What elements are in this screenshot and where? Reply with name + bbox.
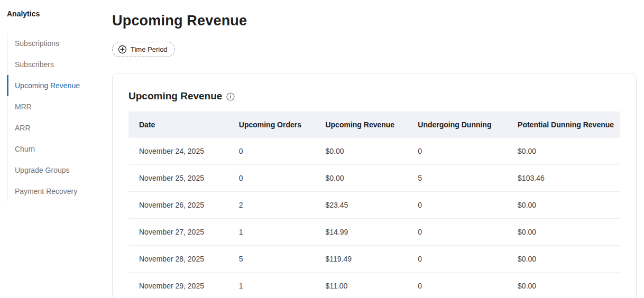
cell-upcoming-revenue: $0.00 bbox=[315, 138, 407, 165]
table-row: November 28, 2025 5 $119.49 0 $0.00 bbox=[128, 246, 620, 273]
sidebar-item-churn[interactable]: Churn bbox=[7, 138, 112, 160]
cell-date: November 24, 2025 bbox=[128, 138, 228, 165]
table-row: November 27, 2025 1 $14.99 0 $0.00 bbox=[128, 219, 620, 246]
cell-date: November 27, 2025 bbox=[128, 219, 228, 246]
main-content: Upcoming Revenue Time Period Upcoming Re… bbox=[112, 0, 644, 298]
info-icon[interactable] bbox=[226, 92, 235, 101]
table-row: November 24, 2025 0 $0.00 0 $0.00 bbox=[128, 138, 620, 165]
time-period-label: Time Period bbox=[131, 45, 168, 54]
cell-upcoming-revenue: $14.99 bbox=[315, 219, 407, 246]
column-header-undergoing-dunning: Undergoing Dunning bbox=[407, 111, 507, 138]
column-header-upcoming-orders: Upcoming Orders bbox=[228, 111, 315, 138]
cell-upcoming-orders: 1 bbox=[228, 273, 315, 298]
cell-undergoing-dunning: 5 bbox=[407, 165, 507, 192]
cell-upcoming-revenue: $119.49 bbox=[315, 246, 407, 273]
cell-upcoming-orders: 5 bbox=[228, 246, 315, 273]
analytics-page: Analytics Subscriptions Subscribers Upco… bbox=[0, 0, 644, 298]
sidebar-item-upcoming-revenue[interactable]: Upcoming Revenue bbox=[7, 75, 112, 96]
cell-date: November 26, 2025 bbox=[128, 192, 228, 219]
cell-upcoming-revenue: $23.45 bbox=[315, 192, 407, 219]
table-header-row: Date Upcoming Orders Upcoming Revenue Un… bbox=[128, 111, 620, 138]
card-header: Upcoming Revenue bbox=[128, 90, 620, 102]
table-row: November 26, 2025 2 $23.45 0 $0.00 bbox=[128, 192, 620, 219]
sidebar-item-payment-recovery[interactable]: Payment Recovery bbox=[7, 181, 112, 202]
sidebar-item-mrr[interactable]: MRR bbox=[7, 96, 112, 117]
sidebar-item-arr[interactable]: ARR bbox=[7, 117, 112, 138]
table-row: November 25, 2025 0 $0.00 5 $103.46 bbox=[128, 165, 620, 192]
page-title: Upcoming Revenue bbox=[112, 13, 637, 29]
cell-date: November 28, 2025 bbox=[128, 246, 228, 273]
sidebar-title: Analytics bbox=[7, 10, 112, 18]
sidebar-item-subscriptions[interactable]: Subscriptions bbox=[7, 33, 112, 54]
cell-undergoing-dunning: 0 bbox=[407, 246, 507, 273]
cell-undergoing-dunning: 0 bbox=[407, 192, 507, 219]
cell-potential-dunning-revenue: $0.00 bbox=[507, 273, 620, 298]
table-row: November 29, 2025 1 $11.00 0 $0.00 bbox=[128, 273, 620, 298]
sidebar-item-subscribers[interactable]: Subscribers bbox=[7, 54, 112, 75]
cell-upcoming-revenue: $0.00 bbox=[315, 165, 407, 192]
toolbar: Time Period bbox=[112, 42, 637, 57]
time-period-filter-button[interactable]: Time Period bbox=[112, 42, 175, 57]
cell-potential-dunning-revenue: $0.00 bbox=[507, 246, 620, 273]
cell-date: November 29, 2025 bbox=[128, 273, 228, 298]
column-header-date: Date bbox=[128, 111, 228, 138]
sidebar-nav: Subscriptions Subscribers Upcoming Reven… bbox=[7, 33, 112, 202]
card-title: Upcoming Revenue bbox=[128, 90, 222, 102]
cell-upcoming-revenue: $11.00 bbox=[315, 273, 407, 298]
cell-potential-dunning-revenue: $0.00 bbox=[507, 192, 620, 219]
cell-undergoing-dunning: 0 bbox=[407, 219, 507, 246]
column-header-upcoming-revenue: Upcoming Revenue bbox=[315, 111, 407, 138]
cell-potential-dunning-revenue: $103.46 bbox=[507, 165, 620, 192]
cell-upcoming-orders: 0 bbox=[228, 138, 315, 165]
cell-potential-dunning-revenue: $0.00 bbox=[507, 219, 620, 246]
upcoming-revenue-table: Date Upcoming Orders Upcoming Revenue Un… bbox=[128, 111, 620, 298]
cell-potential-dunning-revenue: $0.00 bbox=[507, 138, 620, 165]
sidebar: Analytics Subscriptions Subscribers Upco… bbox=[0, 0, 112, 298]
cell-undergoing-dunning: 0 bbox=[407, 138, 507, 165]
cell-date: November 25, 2025 bbox=[128, 165, 228, 192]
column-header-potential-dunning-revenue: Potential Dunning Revenue bbox=[507, 111, 620, 138]
cell-upcoming-orders: 2 bbox=[228, 192, 315, 219]
cell-upcoming-orders: 1 bbox=[228, 219, 315, 246]
sidebar-item-upgrade-groups[interactable]: Upgrade Groups bbox=[7, 160, 112, 181]
plus-circle-icon bbox=[118, 45, 127, 54]
upcoming-revenue-card: Upcoming Revenue Date Upcoming Or bbox=[112, 73, 637, 298]
cell-upcoming-orders: 0 bbox=[228, 165, 315, 192]
cell-undergoing-dunning: 0 bbox=[407, 273, 507, 298]
